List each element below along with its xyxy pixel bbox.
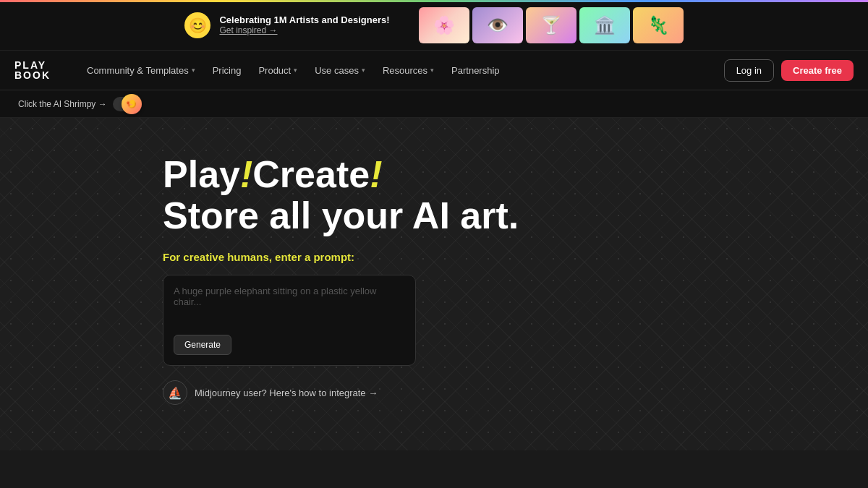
- nav-use-cases[interactable]: Use cases ▾: [307, 61, 373, 80]
- logo-play: PLAY: [14, 60, 51, 70]
- nav-product[interactable]: Product ▾: [251, 61, 305, 80]
- midjourney-icon: ⛵: [163, 380, 187, 405]
- shrimpy-bar: Click the AI Shrimpy → 🍤: [0, 90, 868, 118]
- hero-title: Play!Create! Store all your AI art.: [163, 154, 868, 236]
- prompt-input[interactable]: [174, 286, 405, 329]
- banner-get-inspired-link[interactable]: Get inspired →: [219, 25, 389, 35]
- hero-title-line1: Play!Create!: [163, 154, 868, 195]
- prompt-box: Generate: [163, 275, 416, 366]
- hero-content: Play!Create! Store all your AI art. For …: [163, 154, 868, 405]
- banner-image-2: [472, 7, 523, 43]
- hero-subtitle: For creative humans, enter a prompt:: [163, 251, 868, 263]
- banner-images: [419, 7, 684, 43]
- nav-actions: Log in Create free: [724, 59, 854, 82]
- login-button[interactable]: Log in: [724, 59, 774, 82]
- midjourney-text: Midjourney user? Here's how to integrate…: [195, 388, 378, 398]
- banner-image-5: [633, 7, 684, 43]
- hero-exclaim2: !: [370, 153, 382, 195]
- ai-shrimpy-toggle[interactable]: 🍤: [113, 97, 139, 111]
- create-free-button[interactable]: Create free: [781, 60, 854, 81]
- nav-resources[interactable]: Resources ▾: [375, 61, 441, 80]
- nav-community-templates[interactable]: Community & Templates ▾: [80, 61, 203, 80]
- banner-celebrating-text: Celebrating 1M Artists and Designers!: [219, 14, 389, 25]
- chevron-down-icon-product: ▾: [294, 67, 297, 74]
- nav-items: Community & Templates ▾ Pricing Product …: [80, 61, 702, 80]
- banner-image-1: [419, 7, 469, 43]
- hero-section: Play!Create! Store all your AI art. For …: [0, 118, 868, 450]
- smiley-icon: 😊: [184, 12, 210, 38]
- toggle-knob: 🍤: [122, 94, 142, 114]
- midjourney-link[interactable]: ⛵ Midjourney user? Here's how to integra…: [163, 380, 868, 405]
- nav-partnership[interactable]: Partnership: [444, 61, 506, 80]
- navbar: PLAY BOOK Community & Templates ▾ Pricin…: [0, 51, 868, 90]
- top-banner: 😊 Celebrating 1M Artists and Designers! …: [0, 0, 868, 51]
- hero-title-line2: Store all your AI art.: [163, 195, 868, 236]
- logo-book: BOOK: [14, 70, 51, 80]
- generate-button[interactable]: Generate: [174, 335, 231, 355]
- chevron-down-icon: ▾: [192, 67, 195, 74]
- banner-text: Celebrating 1M Artists and Designers! Ge…: [219, 14, 389, 35]
- banner-image-3: [526, 7, 576, 43]
- shrimpy-label: Click the AI Shrimpy →: [18, 99, 107, 109]
- banner-image-4: [579, 7, 630, 43]
- nav-pricing[interactable]: Pricing: [205, 61, 249, 80]
- logo: PLAY BOOK: [14, 60, 51, 80]
- hero-exclaim1: !: [240, 153, 252, 195]
- chevron-down-icon-resources: ▾: [430, 67, 434, 74]
- banner-left: 😊 Celebrating 1M Artists and Designers! …: [184, 12, 389, 38]
- chevron-down-icon-usecases: ▾: [362, 67, 365, 74]
